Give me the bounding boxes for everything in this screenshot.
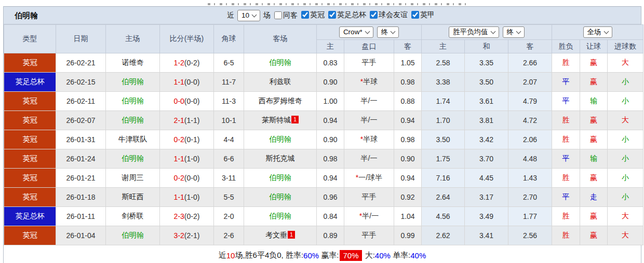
subcol-header-result-goals: 进球数 (608, 40, 643, 53)
odds-home-cell: 0.83 (317, 53, 344, 73)
league-filter[interactable]: 英冠 (301, 10, 325, 20)
avg-draw-cell: 3.41 (465, 226, 508, 245)
away-team-cell[interactable]: 莱斯特城1 (244, 111, 317, 130)
home-team-cell[interactable]: 伯明翰 (106, 111, 160, 130)
away-team-cell[interactable]: 利兹联 (244, 73, 317, 92)
odds-away-cell: 0.98 (394, 130, 422, 149)
handicap-cell: 半/一 (344, 92, 394, 111)
result-wdl-cell: 胜 (552, 207, 580, 226)
away-team-cell[interactable]: 伯明翰 (244, 169, 317, 188)
bookmaker-select[interactable]: Crow* (339, 26, 373, 38)
avg-stage-select[interactable]: 终 (503, 26, 525, 38)
league-cell: 英冠 (4, 92, 56, 111)
league-filter[interactable]: 球会友谊 (370, 10, 408, 20)
same-away-label: 同客 (283, 11, 298, 20)
handicap-cell: 平手 (344, 226, 394, 245)
league-cell: 英冠 (4, 130, 56, 149)
corners-cell: 10-1 (214, 111, 244, 130)
league-filter-checkbox[interactable] (370, 11, 378, 19)
league-filter-label: 英冠 (310, 10, 325, 20)
avg-select-group: 胜平负均值 终 (422, 25, 552, 40)
result-goals-cell: 小 (608, 73, 643, 92)
result-goals-cell: 小 (608, 130, 643, 149)
home-team-cell[interactable]: 伯明翰 (106, 92, 160, 111)
home-team-cell[interactable]: 诺维奇 (106, 53, 160, 73)
result-handicap-cell: 赢 (580, 53, 608, 73)
date-cell: 26-02-15 (56, 73, 106, 92)
date-cell: 26-01-31 (56, 130, 106, 149)
table-row: 英冠26-02-07伯明翰2-1(1-1)10-1莱斯特城10.94半/一0.9… (4, 111, 643, 130)
summary-text: 近 (219, 251, 226, 260)
avg-draw-cell: 3.70 (465, 149, 508, 169)
same-away-checkbox[interactable] (274, 11, 282, 19)
odds-home-cell: 0.89 (317, 226, 344, 245)
home-team-cell[interactable]: 剑桥联 (106, 207, 160, 226)
match-history-table: 类型 日期 主场 比分(半场) 角球 客场 Crow* 终 (4, 24, 643, 245)
team-history-widget: 伯明翰 近 10 场 同客 英冠英足总杯球会友谊英甲 (3, 6, 641, 263)
handicap-cell: 平手 (344, 188, 394, 207)
chevron-down-icon (365, 29, 370, 34)
score-cell: 1-1(0-0) (160, 73, 214, 92)
league-cell: 英冠 (4, 53, 56, 73)
away-team-cell[interactable]: 伯明翰 (244, 207, 317, 226)
odds-away-cell: 0.98 (394, 73, 422, 92)
league-filter[interactable]: 英足总杯 (328, 10, 366, 20)
result-wdl-cell: 平 (552, 92, 580, 111)
home-team-cell[interactable]: 伯明翰 (106, 73, 160, 92)
corners-cell: 5-5 (214, 188, 244, 207)
league-filter-checkbox[interactable] (301, 11, 309, 19)
league-filter-label: 球会友谊 (379, 10, 408, 20)
league-cell: 英冠 (4, 188, 56, 207)
score-cell: 3-2(2-1) (160, 226, 214, 245)
chevron-down-icon (516, 29, 521, 34)
odds-home-cell: 0.84 (317, 207, 344, 226)
odds-stage-select[interactable]: 终 (377, 26, 399, 38)
odds-away-cell: 0.94 (394, 111, 422, 130)
result-handicap-cell: 输 (580, 92, 608, 111)
avg-odds-select[interactable]: 胜平负均值 (449, 26, 499, 38)
away-team-cell[interactable]: 斯托克城 (244, 149, 317, 169)
home-team-cell[interactable]: 伯明翰 (106, 149, 160, 169)
home-team-cell[interactable]: 谢周三 (106, 169, 160, 188)
result-wdl-cell: 平 (552, 73, 580, 92)
date-cell: 26-02-07 (56, 111, 106, 130)
league-filter-checkbox[interactable] (411, 11, 419, 19)
avg-home-cell: 4.56 (422, 207, 465, 226)
away-team-cell[interactable]: 考文垂1 (244, 226, 317, 245)
corners-cell: 11-7 (214, 73, 244, 92)
away-team-cell[interactable]: 伯明翰 (244, 188, 317, 207)
score-cell: 1-2(0-2) (160, 53, 214, 73)
corners-cell: 6-6 (214, 149, 244, 169)
away-team-cell[interactable]: 伯明翰 (244, 130, 317, 149)
avg-draw-cell: 3.61 (465, 92, 508, 111)
red-card-badge: 1 (288, 231, 295, 239)
result-handicap-cell: 走 (580, 188, 608, 207)
result-goals-cell: 大 (608, 111, 643, 130)
result-goals-cell: 大 (608, 53, 643, 73)
corners-cell: 11-3 (214, 92, 244, 111)
home-team-cell[interactable]: 牛津联队 (106, 130, 160, 149)
home-team-cell[interactable]: 伯明翰 (106, 226, 160, 245)
away-team-cell[interactable]: 西布罗姆维奇 (244, 92, 317, 111)
avg-odds-value: 胜平负均值 (453, 28, 488, 36)
avg-away-cell: 4.72 (508, 111, 552, 130)
star-marker: * (360, 77, 363, 86)
avg-home-cell: 7.16 (422, 169, 465, 188)
home-team-cell[interactable]: 斯旺西 (106, 188, 160, 207)
summary-text: 大: (363, 251, 375, 260)
col-header-type: 类型 (4, 25, 56, 53)
league-filter-checkbox[interactable] (328, 11, 336, 19)
table-row: 英冠26-01-18斯旺西1-1(1-0)5-5伯明翰0.96平手0.922.6… (4, 188, 643, 207)
odds-away-cell: 1.05 (394, 53, 422, 73)
away-team-cell[interactable]: 伯明翰 (244, 53, 317, 73)
result-handicap-cell: 赢 (580, 226, 608, 245)
same-away-filter[interactable]: 同客 (274, 11, 298, 20)
league-filter[interactable]: 英甲 (411, 10, 435, 20)
result-wdl-cell: 胜 (552, 111, 580, 130)
chevron-down-icon (391, 29, 396, 34)
fulltime-select-value: 全场 (587, 28, 601, 36)
match-count-select[interactable]: 10 (237, 10, 260, 21)
subcol-header-avg-home: 主 (422, 40, 465, 53)
result-wdl-cell: 胜 (552, 53, 580, 73)
fulltime-select[interactable]: 全场 (583, 26, 612, 38)
